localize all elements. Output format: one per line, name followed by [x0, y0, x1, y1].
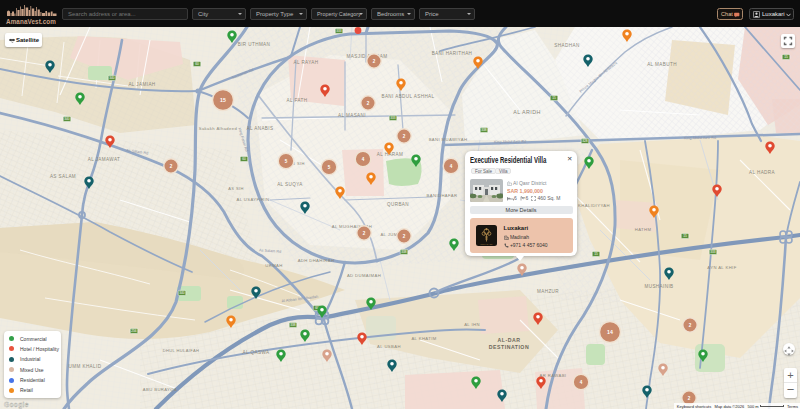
svg-text:60: 60	[195, 62, 199, 66]
svg-text:BIR UTHMAN: BIR UTHMAN	[238, 42, 271, 47]
svg-text:15: 15	[784, 55, 788, 59]
svg-text:AL JAMIAH: AL JAMIAH	[128, 82, 155, 87]
svg-text:SHADHAN: SHADHAN	[554, 43, 579, 48]
svg-text:340: 340	[64, 117, 70, 121]
svg-text:2: 2	[363, 231, 366, 236]
svg-text:AS SIH: AS SIH	[228, 186, 244, 191]
svg-text:BANI HARITHAH: BANI HARITHAH	[432, 51, 473, 56]
svg-text:AL FATH: AL FATH	[287, 98, 308, 103]
svg-text:338: 338	[401, 250, 407, 254]
svg-text:14: 14	[607, 329, 613, 335]
svg-text:2: 2	[403, 134, 406, 139]
svg-text:2: 2	[170, 164, 173, 169]
svg-text:328: 328	[582, 139, 588, 143]
svg-text:AL USAYFIRIN: AL USAYFIRIN	[237, 197, 270, 202]
svg-text:4: 4	[362, 157, 365, 162]
svg-text:333: 333	[390, 116, 396, 120]
svg-text:4: 4	[450, 164, 453, 169]
svg-text:AD DUMAIMAH: AD DUMAIMAH	[347, 273, 381, 278]
svg-text:AL HADRA: AL HADRA	[749, 170, 776, 175]
svg-text:4: 4	[580, 380, 583, 385]
svg-text:AL MABUTH: AL MABUTH	[647, 62, 677, 67]
svg-text:15: 15	[220, 97, 226, 103]
svg-text:AL KHATIM: AL KHATIM	[411, 336, 436, 341]
svg-text:2: 2	[689, 323, 692, 328]
svg-text:HATHM: HATHM	[635, 227, 652, 232]
svg-text:ADH DHAHIRAH: ADH DHAHIRAH	[298, 258, 335, 263]
svg-text:15: 15	[552, 96, 556, 100]
svg-text:340: 340	[109, 76, 115, 80]
svg-text:King Abdul Aziz Rd: King Abdul Aziz Rd	[684, 136, 716, 141]
svg-text:338: 338	[290, 323, 296, 327]
svg-text:5: 5	[285, 159, 288, 164]
svg-text:KHALIDIYYAH: KHALIDIYYAH	[578, 203, 610, 208]
svg-text:AL MASANI: AL MASANI	[338, 113, 366, 118]
svg-text:UMM KHALID: UMM KHALID	[69, 364, 102, 369]
svg-text:AL QASWA: AL QASWA	[243, 350, 270, 355]
svg-text:AL-DAR: AL-DAR	[498, 337, 521, 343]
svg-text:338: 338	[481, 128, 487, 132]
svg-text:BANI ABDUL ASHHAL: BANI ABDUL ASHHAL	[381, 94, 434, 99]
svg-text:2: 2	[403, 234, 406, 239]
svg-text:Sakakh Alhadeed: Sakakh Alhadeed	[199, 126, 238, 131]
svg-text:256: 256	[131, 329, 137, 333]
svg-text:AL SUQYA: AL SUQYA	[277, 182, 303, 187]
svg-text:AL IHN: AL IHN	[464, 322, 480, 327]
svg-text:ABU BURAYQA: ABU BURAYQA	[143, 387, 177, 392]
svg-text:DHUL HULAIFAH: DHUL HULAIFAH	[163, 348, 200, 353]
svg-text:2: 2	[373, 59, 376, 64]
svg-text:333: 333	[336, 29, 342, 33]
svg-text:AL ARIDH: AL ARIDH	[513, 109, 541, 115]
svg-text:MUSHAINIB: MUSHAINIB	[644, 284, 673, 289]
svg-text:AL RAYAH: AL RAYAH	[293, 60, 318, 65]
svg-text:340: 340	[179, 291, 185, 295]
svg-text:AL JAMAWAT: AL JAMAWAT	[88, 157, 121, 162]
svg-text:QURBAN: QURBAN	[387, 202, 409, 207]
svg-text:URMAH: URMAH	[265, 263, 282, 268]
svg-text:BANIDHAFAR: BANIDHAFAR	[427, 193, 458, 198]
svg-text:15: 15	[594, 252, 598, 256]
svg-text:AL USBAH: AL USBAH	[377, 344, 401, 349]
svg-text:AL ANABIS: AL ANABIS	[247, 126, 274, 131]
svg-text:DESTINATION: DESTINATION	[489, 344, 529, 350]
svg-text:333: 333	[710, 250, 716, 254]
svg-text:BANI MUAWIYAH: BANI MUAWIYAH	[429, 137, 468, 142]
svg-text:2: 2	[367, 101, 370, 106]
svg-text:MAHZUR: MAHZUR	[537, 289, 559, 294]
svg-text:LUXAKARI: LUXAKARI	[480, 242, 492, 245]
svg-text:60: 60	[242, 157, 246, 161]
svg-text:AS SALAM: AS SALAM	[50, 174, 76, 179]
svg-text:5: 5	[328, 165, 331, 170]
svg-text:15: 15	[683, 234, 687, 238]
svg-text:2: 2	[688, 396, 691, 401]
svg-text:King Abdul Aziz Rd: King Abdul Aziz Rd	[494, 140, 526, 145]
svg-text:AYN AL KHIF: AYN AL KHIF	[707, 265, 736, 270]
